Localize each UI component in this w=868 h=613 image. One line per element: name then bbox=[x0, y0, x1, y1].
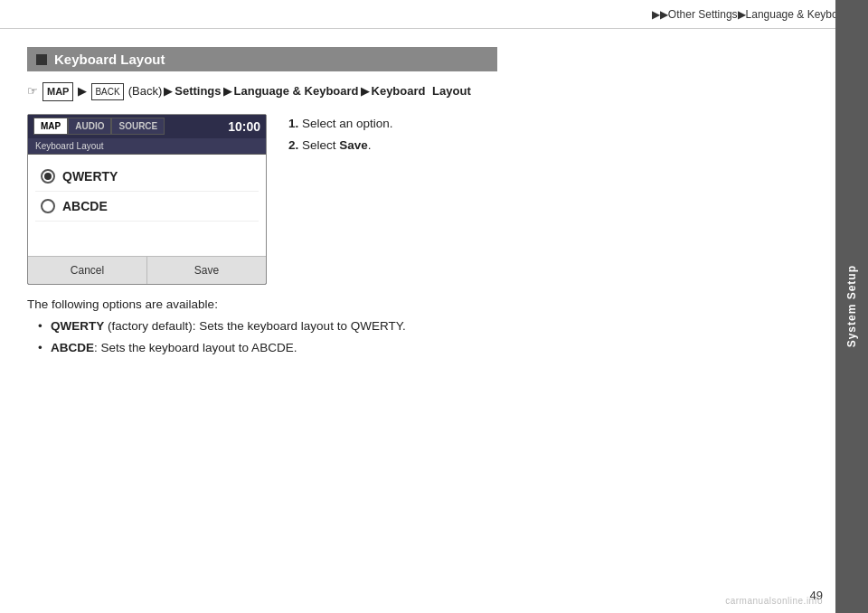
screen-option-abcde[interactable]: ABCDE bbox=[35, 192, 259, 222]
instruction-2-save: Save bbox=[339, 138, 368, 152]
screen-mockup: MAP AUDIO SOURCE 10:00 Keyboard Layout Q… bbox=[27, 114, 267, 285]
back-text: (Back) bbox=[128, 82, 163, 100]
screen-top-bar: MAP AUDIO SOURCE 10:00 bbox=[28, 115, 266, 138]
instruction-2: 2. Select Save. bbox=[288, 137, 808, 155]
nav-keyboard-layout-2: Layout bbox=[432, 82, 471, 100]
bullet-list: QWERTY (factory default): Sets the keybo… bbox=[27, 318, 808, 358]
screen-option-abcde-label: ABCDE bbox=[62, 199, 108, 213]
content-row: MAP AUDIO SOURCE 10:00 Keyboard Layout Q… bbox=[27, 114, 808, 285]
screen-time: 10:00 bbox=[228, 119, 260, 134]
sidebar-label: System Setup bbox=[845, 265, 858, 347]
nav-settings: Settings bbox=[175, 82, 221, 100]
instruction-1: 1. Select an option. bbox=[288, 116, 808, 133]
map-badge: MAP bbox=[42, 82, 73, 101]
watermark: carmanualsonline.info bbox=[725, 596, 823, 606]
screen-save-button[interactable]: Save bbox=[147, 257, 266, 284]
bullet-qwerty-desc: (factory default): Sets the keyboard lay… bbox=[104, 319, 405, 333]
screen-tab-audio[interactable]: AUDIO bbox=[68, 118, 111, 135]
section-title: Keyboard Layout bbox=[54, 52, 165, 67]
screen-tab-map[interactable]: MAP bbox=[33, 118, 68, 135]
radio-qwerty[interactable] bbox=[41, 169, 55, 184]
screen-title-bar: Keyboard Layout bbox=[28, 138, 266, 155]
instruction-2-number: 2. bbox=[288, 138, 298, 152]
instruction-1-number: 1. bbox=[288, 117, 298, 130]
screen-option-qwerty-label: QWERTY bbox=[62, 169, 118, 184]
bullet-abcde: ABCDE: Sets the keyboard layout to ABCDE… bbox=[38, 340, 808, 357]
bullet-qwerty: QWERTY (factory default): Sets the keybo… bbox=[38, 318, 808, 335]
nav-language-keyboard: Language & Keyboard bbox=[234, 82, 359, 100]
instructions: 1. Select an option. 2. Select Save. bbox=[288, 114, 808, 161]
screen-tab-source[interactable]: SOURCE bbox=[111, 118, 165, 135]
main-content: Keyboard Layout ☞ MAP ▶ BACK (Back) ▶ Se… bbox=[0, 29, 835, 613]
bullet-abcde-desc: : Sets the keyboard layout to ABCDE. bbox=[94, 341, 297, 354]
below-text: The following options are available: bbox=[27, 297, 218, 311]
top-bar: ▶▶Other Settings▶Language & Keyboard bbox=[0, 0, 868, 29]
nav-keyboard-layout: Keyboard bbox=[372, 82, 426, 100]
right-sidebar: System Setup bbox=[835, 0, 868, 613]
bullet-qwerty-term: QWERTY bbox=[51, 319, 104, 333]
bullet-abcde-term: ABCDE bbox=[51, 341, 94, 354]
nav-path: ☞ MAP ▶ BACK (Back) ▶ Settings ▶ Languag… bbox=[27, 82, 808, 101]
screen-spacer bbox=[35, 222, 259, 249]
section-header: Keyboard Layout bbox=[27, 47, 497, 71]
nav-arrow-2: ▶ bbox=[164, 82, 173, 100]
back-badge: BACK bbox=[91, 83, 123, 100]
screen-cancel-button[interactable]: Cancel bbox=[28, 257, 147, 284]
below-content: The following options are available: QWE… bbox=[27, 297, 808, 358]
screen-buttons: Cancel Save bbox=[28, 256, 266, 284]
breadcrumb: ▶▶Other Settings▶Language & Keyboard bbox=[652, 8, 854, 21]
nav-arrow-1: ▶ bbox=[78, 82, 87, 100]
radio-abcde[interactable] bbox=[41, 199, 55, 213]
section-header-icon bbox=[36, 54, 47, 65]
screen-tabs: MAP AUDIO SOURCE bbox=[33, 118, 165, 135]
nav-arrow-3: ▶ bbox=[223, 82, 232, 100]
screen-option-qwerty[interactable]: QWERTY bbox=[35, 162, 259, 192]
nav-icon: ☞ bbox=[27, 82, 38, 100]
nav-arrow-4: ▶ bbox=[361, 82, 370, 100]
screen-body: QWERTY ABCDE bbox=[28, 155, 266, 256]
